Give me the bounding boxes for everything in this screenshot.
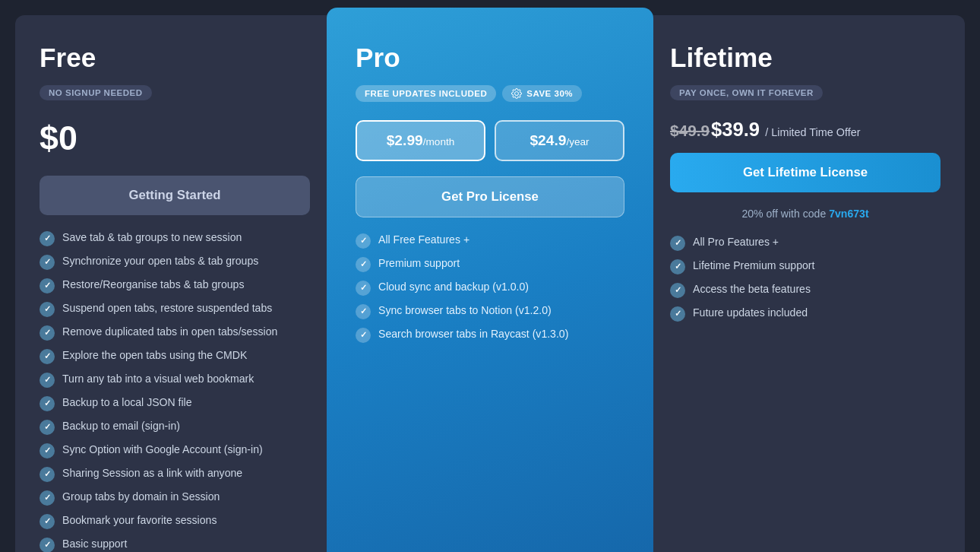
lifetime-old-price: $49.9 xyxy=(670,122,710,139)
check-icon xyxy=(40,255,55,270)
list-item: Basic support xyxy=(40,537,310,552)
yearly-price-button[interactable]: $24.9/year xyxy=(495,120,624,161)
check-icon xyxy=(40,302,55,317)
list-item: Restore/Reorganise tabs & tab groups xyxy=(40,278,310,293)
free-badge: NO SIGNUP NEEDED xyxy=(40,85,152,100)
list-item: All Free Features + xyxy=(356,233,624,249)
check-icon xyxy=(356,281,371,296)
list-item: Group tabs by domain in Session xyxy=(40,490,310,506)
lifetime-plan-title: Lifetime xyxy=(670,43,940,73)
free-price: $0 xyxy=(40,119,310,157)
check-icon xyxy=(40,231,55,246)
pro-plan-title: Pro xyxy=(356,43,624,73)
free-plan-card: Free NO SIGNUP NEEDED $0 Getting Started… xyxy=(15,15,334,552)
lifetime-price-suffix: / Limited Time Offer xyxy=(765,126,860,138)
check-icon xyxy=(670,306,685,322)
list-item: Search browser tabs in Raycast (v1.3.0) xyxy=(356,327,624,343)
pro-cta-button[interactable]: Get Pro License xyxy=(356,176,624,217)
check-icon xyxy=(40,420,55,435)
list-item: Backup to a local JSON file xyxy=(40,395,310,411)
list-item: Backup to email (sign-in) xyxy=(40,419,310,435)
monthly-price-button[interactable]: $2.99/month xyxy=(356,120,485,161)
check-icon xyxy=(356,304,371,319)
list-item: Future updates included xyxy=(670,306,940,322)
lifetime-badge: PAY ONCE, OWN IT FOREVER xyxy=(670,85,823,100)
check-icon xyxy=(40,396,55,411)
check-icon xyxy=(40,538,55,552)
list-item: Sync Option with Google Account (sign-in… xyxy=(40,443,310,458)
monthly-price-suffix: /month xyxy=(423,136,455,148)
check-icon xyxy=(40,467,55,482)
list-item: Suspend open tabs, restore suspended tab… xyxy=(40,301,310,317)
check-icon xyxy=(670,236,685,251)
check-icon xyxy=(356,328,371,343)
discount-code-row: 20% off with code 7vn673t xyxy=(670,208,940,220)
pro-plan-card: Pro FREE UPDATES INCLUDED SAVE 30% $2.99… xyxy=(327,8,653,552)
check-icon xyxy=(40,373,55,388)
pro-save-badge: SAVE 30% xyxy=(502,85,582,102)
gear-icon xyxy=(511,88,522,99)
pro-updates-badge: FREE UPDATES INCLUDED xyxy=(356,85,496,102)
list-item: All Pro Features + xyxy=(670,235,940,251)
list-item: Access the beta features xyxy=(670,282,940,298)
check-icon xyxy=(40,490,55,506)
list-item: Bookmark your favorite sessions xyxy=(40,513,310,529)
check-icon xyxy=(40,278,55,293)
check-icon xyxy=(356,257,371,272)
check-icon xyxy=(670,259,685,274)
list-item: Sharing Session as a link with anyone xyxy=(40,466,310,482)
lifetime-plan-card: Lifetime PAY ONCE, OWN IT FOREVER $49.9$… xyxy=(646,15,965,552)
list-item: Remove duplicated tabs in open tabs/sess… xyxy=(40,325,310,341)
lifetime-price: $49.9$39.9 / Limited Time Offer xyxy=(670,119,940,141)
pricing-container: Free NO SIGNUP NEEDED $0 Getting Started… xyxy=(15,15,965,552)
pro-save-label: SAVE 30% xyxy=(526,89,573,98)
list-item: Sync browser tabs to Notion (v1.2.0) xyxy=(356,303,624,319)
yearly-price-value: $24.9 xyxy=(530,132,566,148)
list-item: Lifetime Premium support xyxy=(670,259,940,274)
list-item: Cloud sync and backup (v1.0.0) xyxy=(356,280,624,296)
list-item: Turn any tab into a visual web bookmark xyxy=(40,372,310,388)
discount-text: 20% off with code xyxy=(741,208,829,220)
discount-code-link[interactable]: 7vn673t xyxy=(829,208,868,220)
check-icon xyxy=(40,514,55,529)
list-item: Synchronize your open tabs & tab groups xyxy=(40,254,310,270)
check-icon xyxy=(670,283,685,298)
lifetime-cta-button[interactable]: Get Lifetime License xyxy=(670,153,940,192)
free-plan-title: Free xyxy=(40,43,310,73)
check-icon xyxy=(356,233,371,249)
check-icon xyxy=(40,325,55,341)
list-item: Premium support xyxy=(356,256,624,272)
list-item: Save tab & tab groups to new session xyxy=(40,230,310,246)
free-cta-button[interactable]: Getting Started xyxy=(40,176,310,215)
check-icon xyxy=(40,349,55,364)
pro-price-row: $2.99/month $24.9/year xyxy=(356,120,624,161)
yearly-price-suffix: /year xyxy=(566,136,589,148)
pro-badges-row: FREE UPDATES INCLUDED SAVE 30% xyxy=(356,85,624,102)
lifetime-new-price: $39.9 xyxy=(711,119,760,140)
lifetime-feature-list: All Pro Features + Lifetime Premium supp… xyxy=(670,235,940,322)
free-badges-row: NO SIGNUP NEEDED xyxy=(40,85,310,100)
pro-feature-list: All Free Features + Premium support Clou… xyxy=(356,233,624,343)
monthly-price-value: $2.99 xyxy=(387,132,423,148)
lifetime-badges-row: PAY ONCE, OWN IT FOREVER xyxy=(670,85,940,100)
free-feature-list: Save tab & tab groups to new session Syn… xyxy=(40,230,310,552)
list-item: Explore the open tabs using the CMDK xyxy=(40,348,310,364)
check-icon xyxy=(40,443,55,458)
